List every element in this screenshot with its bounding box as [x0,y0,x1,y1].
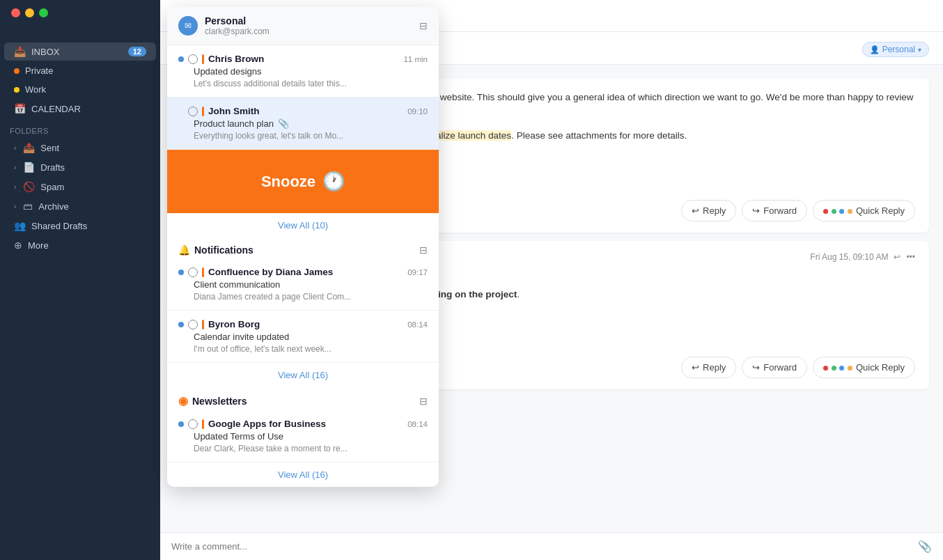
overlay-header: ✉ Personal clark@spark.com ⊟ [167,7,439,45]
priority-bar-google [202,419,204,429]
close-button[interactable] [11,8,20,17]
shared-drafts-label: Shared Drafts [31,221,87,231]
account-badge[interactable]: 👤 Personal ▾ [862,42,929,57]
minimize-button[interactable] [25,8,34,17]
drafts-icon: 📄 [23,162,35,173]
bell-icon-confluence [188,267,198,277]
priority-bar-chris [202,54,204,64]
sender-name-confluence: Confluence by Diana James [208,267,333,277]
email-row-top-google: Google Apps for Business 08:14 [178,419,428,429]
sent-label: Sent [40,143,59,153]
quick-reply-dots-1 [823,205,852,216]
sidebar-item-archive[interactable]: › 🗃 Archive [4,197,156,215]
archive-chevron: › [14,203,16,210]
attachment-icon-john: 📎 [278,118,289,129]
maximize-button[interactable] [39,8,48,17]
quick-reply-label-1: Quick Reply [856,205,905,216]
account-avatar: ✉ [178,16,198,36]
preview-google: Dear Clark, Please take a moment to re..… [178,444,428,453]
forward-icon-1: ↪ [752,205,760,216]
sidebar-item-private[interactable]: Private [4,62,156,79]
forward-icon-2: ↪ [752,362,760,373]
priority-bar-john [202,107,204,116]
subject-google: Updated Terms of Use [178,431,428,442]
quick-reply-dots-2 [823,362,852,373]
inbox-overlay: ✉ Personal clark@spark.com ⊟ Chris Brown… [167,7,439,487]
email-row-byron[interactable]: Byron Borg 08:14 Calendar invite updated… [167,311,439,363]
newsletters-title: ◉ Newsletters [178,394,247,407]
comment-attach-icon[interactable]: 📎 [918,540,932,553]
forward-button-2[interactable]: ↪ Forward [742,357,807,378]
email-row-top-chris: Chris Brown 11 min [178,54,428,64]
email-row-google[interactable]: Google Apps for Business 08:14 Updated T… [167,410,439,462]
sidebar-item-spam[interactable]: › 🚫 Spam [4,178,156,196]
sidebar-item-work[interactable]: Work [4,81,156,98]
forward-label-1: Forward [763,205,797,216]
reply-button-2[interactable]: ↩ Reply [681,357,736,378]
account-info: Personal clark@spark.com [205,15,270,36]
quick-reply-button-1[interactable]: Quick Reply [813,200,915,221]
sidebar-item-shared-drafts[interactable]: 👥 Shared Drafts [4,217,156,235]
comment-box: 📎 [160,532,943,560]
snooze-row[interactable]: Snooze 🕐 [167,150,439,213]
newsletters-archive-icon[interactable]: ⊟ [419,396,428,407]
subject-byron: Calendar invite updated [178,332,428,342]
view-all-newsletters[interactable]: View All (16) [167,462,439,487]
email-row-chris[interactable]: Chris Brown 11 min Updated designs Let's… [167,45,439,98]
sidebar-item-calendar[interactable]: 📅 CALENDAR [4,100,156,118]
sender-row-chris: Chris Brown [178,54,264,64]
sidebar-item-drafts[interactable]: › 📄 Drafts [4,158,156,176]
view-all-notifications[interactable]: View All (16) [167,363,439,387]
preview-john: Everything looks great, let's talk on Mo… [178,131,428,141]
forward-button-1[interactable]: ↪ Forward [742,200,807,221]
thread-meta-2: Fri Aug 15, 09:10 AM ↩ ••• [810,252,915,262]
reply-label-2: Reply [703,362,726,373]
email-time-byron: 08:14 [407,320,428,329]
thread-reply-icon[interactable]: ↩ [894,252,901,262]
quick-reply-label-2: Quick Reply [856,362,905,373]
sidebar-item-sent[interactable]: › 📤 Sent [4,139,156,157]
work-color-dot [14,87,20,93]
account-badge-icon: 👤 [870,45,880,54]
thread-more-icon[interactable]: ••• [906,252,915,262]
reply-button-1[interactable]: ↩ Reply [681,200,736,221]
quick-reply-button-2[interactable]: Quick Reply [813,357,915,378]
unread-dot-byron [178,322,184,327]
email-row-john[interactable]: John Smith 09:10 Product launch plan 📎 E… [167,98,439,150]
email-time-google: 08:14 [407,420,428,428]
unread-dot-chris [178,56,184,62]
badge-chevron: ▾ [918,46,921,54]
view-all-inbox[interactable]: View All (10) [167,213,439,238]
private-label: Private [25,65,53,76]
folders-header: Folders [0,118,160,138]
comment-input[interactable] [171,541,918,552]
thread-date-2: Fri Aug 15, 09:10 AM [810,252,888,262]
priority-bar-confluence [202,267,204,277]
private-color-dot [14,68,20,74]
overlay-account: ✉ Personal clark@spark.com [178,15,270,36]
spam-label: Spam [40,182,64,192]
sender-name-chris: Chris Brown [208,54,264,64]
sidebar-item-inbox[interactable]: 📥 INBOX 12 [4,42,156,61]
email-time-confluence: 09:17 [407,268,428,277]
reply-label-1: Reply [703,205,726,216]
reply-icon-2: ↩ [692,362,699,373]
overlay-archive-icon[interactable]: ⊟ [419,20,428,31]
archive-icon: 🗃 [23,201,33,212]
bell-icon-byron [188,320,198,329]
email-row-confluence[interactable]: Confluence by Diana James 09:17 Client c… [167,258,439,311]
notifications-archive-icon[interactable]: ⊟ [419,244,428,256]
email-time-chris: 11 min [403,55,428,63]
snooze-label: Snooze [261,173,315,191]
sent-icon: 📤 [23,142,35,153]
preview-chris: Let's discuss additional details later t… [178,79,428,88]
priority-bar-byron [202,320,204,329]
subject-john: Product launch plan 📎 [178,118,428,129]
window-controls [11,8,48,17]
sidebar-item-more[interactable]: ⊕ More [4,236,156,254]
forward-label-2: Forward [763,362,797,373]
unread-dot-confluence [178,270,184,275]
account-badge-label: Personal [882,45,915,54]
calendar-icon: 📅 [14,103,26,114]
preview-confluence: Diana James created a page Client Com... [178,292,428,302]
